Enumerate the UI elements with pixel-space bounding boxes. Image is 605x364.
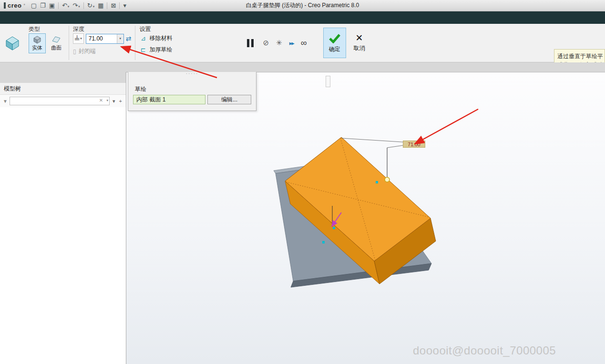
remove-material-button[interactable]: ⊿ 移除材料	[139, 33, 172, 43]
settings-group-label: 设置	[139, 25, 172, 33]
tree-search-row: ▼ ✕ ▾ ▾ +	[0, 95, 126, 107]
dropdown-arrow-icon[interactable]: ▾	[93, 5, 95, 8]
sketch-vertex-marker	[376, 181, 378, 183]
separator	[58, 2, 59, 9]
sketch-collector-field[interactable]: 内部 截面 1	[133, 95, 205, 104]
surface-button[interactable]: 曲面	[48, 33, 65, 53]
tree-search-input[interactable]	[10, 97, 110, 105]
chevron-down-icon: ▾	[80, 37, 82, 40]
ok-button-label: 确定	[329, 45, 340, 53]
closed-end-toggle[interactable]: ▯ 封闭端	[73, 47, 131, 55]
no-preview-icon[interactable]: ⊘	[263, 39, 269, 47]
cancel-button[interactable]: ✕ 取消	[349, 28, 370, 58]
type-group: 类型 实体 曲面	[25, 24, 69, 62]
surface-icon	[51, 35, 61, 44]
redo-icon[interactable]: ↷▾	[72, 2, 80, 9]
remove-material-icon: ⊿	[139, 35, 147, 42]
creo-parametric-window: creo ° ▢❐▣↶▾↷▾↻▾▦⊠▾ 白桌子腿垫脚 (活动的) - Creo …	[0, 0, 605, 364]
open-file-icon[interactable]: ❐	[40, 2, 46, 9]
remove-material-label: 移除材料	[149, 34, 172, 42]
3d-viewport[interactable]	[126, 72, 605, 364]
depth-drag-handle[interactable]	[385, 177, 390, 182]
left-panel-tabs	[0, 72, 126, 83]
placement-panel: ····· 草绘 内部 截面 1 编辑...	[128, 72, 256, 111]
solid-button[interactable]: 实体	[29, 33, 46, 53]
ok-button[interactable]: 确定	[323, 28, 346, 58]
regenerate-icon[interactable]: ↻▾	[87, 2, 94, 9]
extrude-dashboard: 类型 实体 曲面 深度	[0, 24, 605, 62]
thicken-sketch-label: 加厚草绘	[149, 46, 172, 54]
cancel-x-icon: ✕	[356, 33, 363, 42]
undo-icon[interactable]: ↶▾	[62, 2, 69, 9]
dropdown-arrow-icon[interactable]: ▾	[78, 5, 80, 8]
edit-sketch-button[interactable]: 编辑...	[207, 95, 251, 104]
check-icon	[328, 33, 341, 43]
type-group-label: 类型	[29, 25, 65, 33]
sketch-vertex-marker	[333, 227, 335, 229]
customize-toolbar-icon[interactable]: ▾	[123, 2, 126, 9]
thicken-sketch-icon: ⊏	[139, 46, 147, 53]
dimension-value-label[interactable]: 71.00	[403, 141, 425, 148]
close-window-icon[interactable]: ⊠	[111, 2, 116, 9]
navigator-panel: 模型树 ▼ ✕ ▾ ▾ +	[0, 72, 126, 364]
depth-value: 71.00	[86, 35, 117, 42]
confirm-group: 确定 ✕ 取消	[320, 24, 373, 62]
graphics-toolbar	[326, 76, 330, 87]
attached-preview-icon[interactable]: ▸▸	[289, 40, 294, 47]
blind-depth-icon: ╧	[75, 35, 79, 42]
solid-icon	[32, 35, 42, 44]
panel-drag-handle[interactable]: ·····	[128, 72, 256, 78]
creo-logo-icon	[4, 2, 6, 9]
dropdown-arrow-icon[interactable]: ▾	[68, 5, 70, 8]
depth-group-label: 深度	[73, 25, 131, 33]
closed-end-icon: ▯	[73, 48, 76, 55]
model-tree-header: 模型树	[0, 83, 126, 95]
search-options-icon[interactable]: ▾	[112, 98, 116, 104]
separator	[83, 2, 84, 9]
depth-group: 深度 ╧ ▾ 71.00 ▾ ⇄ ▯ 封闭端	[69, 24, 135, 62]
model-tree	[0, 107, 126, 364]
settings-group: 设置 ⊿ 移除材料 ⊏ 加厚草绘	[135, 24, 176, 62]
depth-value-input[interactable]: 71.00 ▾	[86, 34, 124, 44]
preview-group: ⊘ ✳ ▸▸ ∞	[245, 24, 307, 62]
new-file-icon[interactable]: ▢	[31, 2, 37, 9]
add-filter-icon[interactable]: +	[118, 98, 123, 104]
title-bar: creo ° ▢❐▣↶▾↷▾↻▾▦⊠▾ 白桌子腿垫脚 (活动的) - Creo …	[0, 0, 605, 11]
closed-end-label: 封闭端	[79, 47, 96, 55]
thicken-sketch-button[interactable]: ⊏ 加厚草绘	[139, 45, 172, 55]
sketch-label: 草绘	[135, 85, 146, 93]
extrude-feature-icon	[0, 24, 25, 62]
preview-glasses-icon[interactable]: ∞	[301, 38, 307, 48]
pause-button[interactable]	[245, 37, 256, 49]
depth-dropdown-icon[interactable]: ▾	[117, 34, 123, 43]
clear-search-icon[interactable]: ✕	[99, 98, 103, 103]
surface-button-label: 曲面	[51, 44, 62, 51]
depth-type-button[interactable]: ╧ ▾	[73, 33, 84, 44]
save-icon[interactable]: ▣	[49, 2, 55, 9]
flip-direction-icon[interactable]: ⇄	[126, 35, 132, 42]
ribbon-tab-bar	[0, 11, 605, 24]
dashboard-tab-strip	[0, 62, 605, 72]
cancel-button-label: 取消	[354, 44, 365, 52]
quick-access-toolbar: ▢❐▣↶▾↷▾↻▾▦⊠▾	[31, 2, 126, 9]
creo-logo: creo °	[0, 2, 31, 9]
sketch-vertex-marker	[322, 241, 325, 243]
help-text-line1: 通过垂直于草绘平	[557, 52, 602, 61]
separator	[119, 2, 120, 9]
filter-icon[interactable]: ▼	[3, 99, 8, 104]
model-tree-title: 模型树	[4, 85, 21, 93]
search-dropdown-icon[interactable]: ▾	[107, 99, 109, 102]
windows-icon[interactable]: ▦	[98, 2, 103, 9]
creo-logo-text: creo	[8, 2, 21, 9]
solid-button-label: 实体	[32, 44, 42, 51]
separator	[107, 2, 107, 9]
feature-verify-icon[interactable]: ✳	[276, 39, 282, 47]
